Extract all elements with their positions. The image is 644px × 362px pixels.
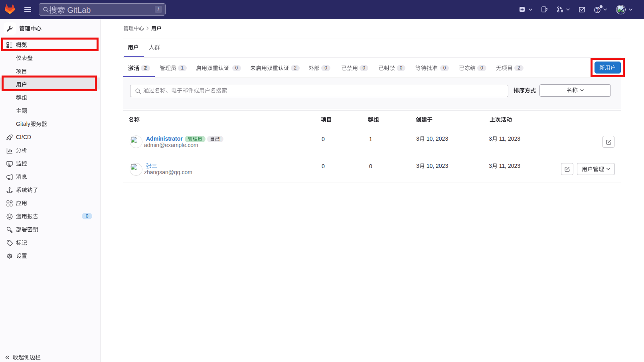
svg-text:?: ? xyxy=(596,7,599,13)
